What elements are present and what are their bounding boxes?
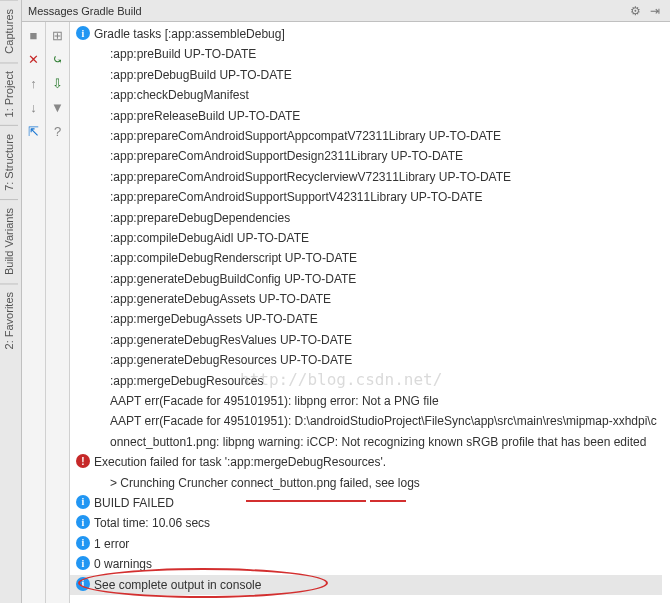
message-text: :app:preReleaseBuild UP-TO-DATE <box>92 106 662 126</box>
message-row[interactable]: :app:generateDebugAssets UP-TO-DATE <box>70 289 662 309</box>
message-text: Total time: 10.06 secs <box>92 513 662 533</box>
message-text: :app:generateDebugResValues UP-TO-DATE <box>92 330 662 350</box>
message-row[interactable]: :app:prepareDebugDependencies <box>70 208 662 228</box>
help-icon[interactable]: ? <box>49 122 67 140</box>
down-arrow-icon[interactable]: ↓ <box>25 98 43 116</box>
message-text: :app:prepareComAndroidSupportRecyclervie… <box>92 167 662 187</box>
side-tab-structure[interactable]: 7: Structure <box>0 125 18 199</box>
message-row[interactable]: iGradle tasks [:app:assembleDebug] <box>70 24 662 44</box>
autoscroll-icon[interactable]: ⇩ <box>49 74 67 92</box>
message-row[interactable]: :app:mergeDebugResources <box>70 371 662 391</box>
panel-body: ■ ✕ ↑ ↓ ⇱ ⊞ ⤿ ⇩ ▼ ? iGradle tasks [:app:… <box>22 22 670 603</box>
message-text: :app:compileDebugAidl UP-TO-DATE <box>92 228 662 248</box>
side-tab-build-variants[interactable]: Build Variants <box>0 199 18 283</box>
info-icon: i <box>74 26 92 40</box>
message-text: > Crunching Cruncher connect_button.png … <box>92 473 662 493</box>
message-row[interactable]: AAPT err(Facade for 495101951): libpng e… <box>70 391 662 411</box>
message-text: 0 warnings <box>92 554 662 574</box>
message-text: See complete output in console <box>92 575 662 595</box>
left-tool-window-tabs: Captures 1: Project 7: Structure Build V… <box>0 0 22 603</box>
stop-icon[interactable]: ■ <box>25 26 43 44</box>
message-row[interactable]: i1 error <box>70 534 662 554</box>
message-row[interactable]: > Crunching Cruncher connect_button.png … <box>70 473 662 493</box>
side-tab-favorites[interactable]: 2: Favorites <box>0 283 18 357</box>
message-row[interactable]: :app:checkDebugManifest <box>70 85 662 105</box>
info-icon: i <box>74 577 92 591</box>
message-text: :app:prepareComAndroidSupportDesign2311L… <box>92 146 662 166</box>
message-text: :app:prepareDebugDependencies <box>92 208 662 228</box>
messages-panel: Messages Gradle Build ⚙ ⇥ ■ ✕ ↑ ↓ ⇱ ⊞ ⤿ … <box>22 0 670 603</box>
message-text: :app:prepareComAndroidSupportSupportV423… <box>92 187 662 207</box>
message-row[interactable]: AAPT err(Facade for 495101951): D:\andro… <box>70 411 662 452</box>
close-icon[interactable]: ✕ <box>25 50 43 68</box>
message-row[interactable]: :app:compileDebugAidl UP-TO-DATE <box>70 228 662 248</box>
message-row[interactable]: :app:prepareComAndroidSupportAppcompatV7… <box>70 126 662 146</box>
message-row[interactable]: :app:generateDebugResValues UP-TO-DATE <box>70 330 662 350</box>
message-row[interactable]: :app:preDebugBuild UP-TO-DATE <box>70 65 662 85</box>
toolbar-column-1: ■ ✕ ↑ ↓ ⇱ <box>22 22 46 603</box>
messages-tree[interactable]: iGradle tasks [:app:assembleDebug]:app:p… <box>70 22 670 603</box>
message-row[interactable]: :app:prepareComAndroidSupportRecyclervie… <box>70 167 662 187</box>
message-row[interactable]: :app:preBuild UP-TO-DATE <box>70 44 662 64</box>
annotation-underline-2 <box>370 500 406 502</box>
up-arrow-icon[interactable]: ↑ <box>25 74 43 92</box>
panel-title: Messages Gradle Build <box>28 5 142 17</box>
gear-icon[interactable]: ⚙ <box>630 4 644 18</box>
message-row[interactable]: iTotal time: 10.06 secs <box>70 513 662 533</box>
annotation-underline-1 <box>246 500 366 502</box>
message-text: AAPT err(Facade for 495101951): libpng e… <box>92 391 662 411</box>
filter-icon[interactable]: ▼ <box>49 98 67 116</box>
export-icon[interactable]: ⇱ <box>25 122 43 140</box>
message-row[interactable]: !Execution failed for task ':app:mergeDe… <box>70 452 662 472</box>
message-row[interactable]: iBUILD FAILED <box>70 493 662 513</box>
message-text: Gradle tasks [:app:assembleDebug] <box>92 24 662 44</box>
side-tab-project[interactable]: 1: Project <box>0 62 18 125</box>
message-text: :app:compileDebugRenderscript UP-TO-DATE <box>92 248 662 268</box>
message-row[interactable]: :app:generateDebugResources UP-TO-DATE <box>70 350 662 370</box>
message-text: AAPT err(Facade for 495101951): D:\andro… <box>92 411 662 452</box>
message-text: :app:checkDebugManifest <box>92 85 662 105</box>
message-text: :app:prepareComAndroidSupportAppcompatV7… <box>92 126 662 146</box>
message-text: :app:generateDebugAssets UP-TO-DATE <box>92 289 662 309</box>
message-row[interactable]: :app:preReleaseBuild UP-TO-DATE <box>70 106 662 126</box>
message-text: :app:preDebugBuild UP-TO-DATE <box>92 65 662 85</box>
message-text: BUILD FAILED <box>92 493 662 513</box>
rerun-icon[interactable]: ⤿ <box>49 50 67 68</box>
message-text: :app:mergeDebugResources <box>92 371 662 391</box>
toolbar-column-2: ⊞ ⤿ ⇩ ▼ ? <box>46 22 70 603</box>
message-text: :app:generateDebugResources UP-TO-DATE <box>92 350 662 370</box>
expand-icon[interactable]: ⊞ <box>49 26 67 44</box>
info-icon: i <box>74 556 92 570</box>
message-text: :app:generateDebugBuildConfig UP-TO-DATE <box>92 269 662 289</box>
panel-header-actions: ⚙ ⇥ <box>630 4 664 18</box>
message-text: :app:mergeDebugAssets UP-TO-DATE <box>92 309 662 329</box>
message-row[interactable]: :app:prepareComAndroidSupportSupportV423… <box>70 187 662 207</box>
side-tab-captures[interactable]: Captures <box>0 0 18 62</box>
message-row[interactable]: :app:prepareComAndroidSupportDesign2311L… <box>70 146 662 166</box>
error-icon: ! <box>74 454 92 468</box>
info-icon: i <box>74 515 92 529</box>
message-text: Execution failed for task ':app:mergeDeb… <box>92 452 662 472</box>
message-row[interactable]: :app:mergeDebugAssets UP-TO-DATE <box>70 309 662 329</box>
panel-header: Messages Gradle Build ⚙ ⇥ <box>22 0 670 22</box>
hide-icon[interactable]: ⇥ <box>650 4 664 18</box>
message-text: 1 error <box>92 534 662 554</box>
message-row[interactable]: i0 warnings <box>70 554 662 574</box>
message-text: :app:preBuild UP-TO-DATE <box>92 44 662 64</box>
info-icon: i <box>74 495 92 509</box>
message-row[interactable]: iSee complete output in console <box>70 575 662 595</box>
message-row[interactable]: :app:generateDebugBuildConfig UP-TO-DATE <box>70 269 662 289</box>
message-row[interactable]: :app:compileDebugRenderscript UP-TO-DATE <box>70 248 662 268</box>
info-icon: i <box>74 536 92 550</box>
